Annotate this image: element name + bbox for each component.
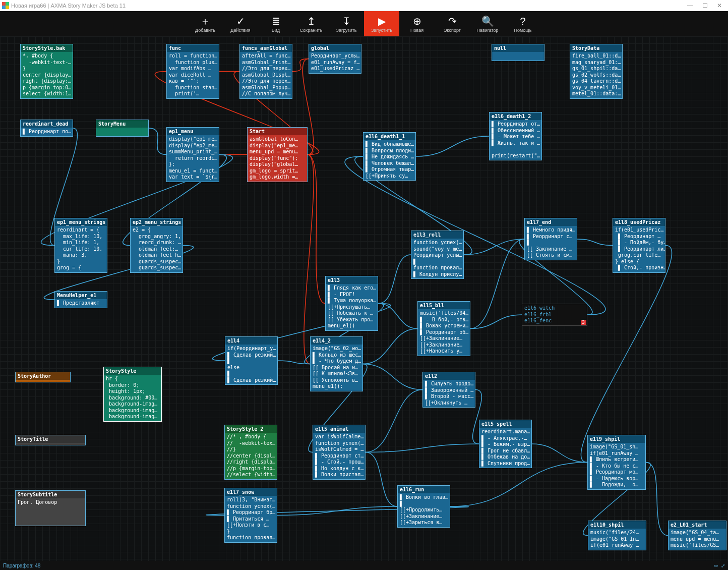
fullscreen-icon[interactable]: ⤢: [721, 563, 725, 568]
node-title: StoryAuthor: [16, 372, 70, 380]
node-e1l2[interactable]: e1l2▋ Силуэты продо… ▋ Завороженный … ▋ …: [422, 372, 475, 408]
node-storymenu[interactable]: StoryMenu: [96, 120, 149, 137]
nav-icon: 🔍: [481, 15, 494, 28]
node-body: ▋ Волки во глав… ▋ [[+Продолжить… [[+Зак…: [398, 493, 450, 527]
toolbar-label: Добавить: [195, 28, 215, 33]
node-funcsasm[interactable]: funcs_asmGlobalafterAll = func… asmGloba…: [239, 44, 292, 99]
view-icon: ≣: [272, 15, 280, 28]
node-body: Грог. Договор: [16, 498, 85, 526]
node-body: e1l6_witch e1l6_frbl e1l6_fenc: [522, 304, 587, 325]
node-e1l6d2[interactable]: e1l6_death1_2▋ Реординарт от… ▋ Обессиле…: [489, 112, 542, 160]
node-menuhelper[interactable]: MenuHelper_e1▋ Представляют: [54, 291, 107, 308]
node-e1l4[interactable]: e1l4if(Реординарт_у… ▋ Сделав резкий… ▋ …: [225, 336, 278, 385]
node-body: afterAll = func… asmGlobal_Print… //Это …: [240, 52, 292, 98]
toolbar-label: Действия: [230, 28, 250, 33]
node-e1l7snow[interactable]: e1l7_snowroll(3, "Внимат… function успех…: [224, 488, 277, 543]
node-title: e1l8_usedPricaz: [613, 218, 665, 226]
node-body: if(e01_usedPric… ▋ Реординарт … ▋ - Пойд…: [613, 226, 665, 272]
main-toolbar: ＋Добавить✓Действия≣Вид↥Сохранить↧Загрузи…: [0, 11, 728, 36]
node-e1l5spell[interactable]: e1l5_spellreordinart.mana… ▋ - Аляктрас,…: [479, 420, 532, 468]
toolbar-label: Экспорт: [444, 28, 461, 33]
toolbar-label: Вид: [272, 28, 280, 33]
app-icon: [2, 2, 9, 9]
toolbar-save-button[interactable]: ↥Сохранить: [293, 11, 329, 36]
node-global[interactable]: globalРеординарт_услы… e01_runAway = f… …: [309, 44, 361, 74]
node-storystyle[interactable]: StoryStylehr { border: 0; height: 1px; b…: [103, 367, 162, 422]
node-title: global: [309, 44, 361, 52]
node-e1l5animal[interactable]: e1l5_animalvar isWolfCalme… function усп…: [313, 425, 366, 480]
node-e1l3[interactable]: e1l3▋ Глядя как его… ▋ - ГРОГ! ▋ Туша по…: [325, 276, 378, 331]
toolbar-export-button[interactable]: ↷Экспорт: [435, 11, 470, 36]
node-body: Реординарт_услы… e01_runAway = f… e01_us…: [309, 52, 361, 73]
window-titlebar: Новая игра66 | AXMA Story Maker JS beta …: [0, 0, 728, 11]
node-title: e1l3_roll: [411, 231, 463, 239]
status-bar: Параграфов: 48 ⇔ ⤢: [0, 561, 728, 570]
window-controls[interactable]: — ☐ ✕: [687, 2, 726, 9]
node-ep1strings[interactable]: ep1_menu_stringsreordinart = { max_life:…: [54, 218, 107, 273]
node-body: ▋ Представляют: [55, 299, 107, 308]
node-ep1menu[interactable]: ep1_menudisplay("ep1_me… display("ep2_me…: [166, 127, 219, 182]
node-e1l9shpil[interactable]: e1l9_shpilimage("GS_01_sh… if(e01_runAwa…: [587, 435, 646, 490]
node-body: [16, 380, 70, 382]
paragraph-count: Параграфов: 48: [3, 563, 40, 568]
maximize-icon[interactable]: ☐: [702, 2, 708, 9]
toolbar-load-button[interactable]: ↧Загрузить: [329, 11, 364, 36]
node-storytitle[interactable]: StoryTitle: [15, 435, 86, 445]
toolbar-view-button[interactable]: ≣Вид: [258, 11, 293, 36]
node-e1l42[interactable]: e1l4_2image("GS_02_wo… ▋ Кольцо из шес… …: [310, 336, 363, 391]
node-body: ▋ Силуэты продо… ▋ Завороженный … ▋ Втор…: [423, 380, 475, 407]
node-title: e1l5_spell: [479, 420, 531, 428]
node-title: e1l3: [326, 276, 378, 284]
node-title: StorySubtitle: [16, 491, 85, 498]
graph-canvas[interactable]: StoryStyle.bak*, #body { -webkit-text-… …: [0, 36, 728, 561]
minimize-icon[interactable]: —: [687, 2, 693, 9]
node-storystylebak[interactable]: StoryStyle.bak*, #body { -webkit-text-… …: [20, 44, 73, 99]
node-storystyle2[interactable]: StoryStyle 2//* , #body { // -webkit-tex…: [224, 425, 277, 480]
node-storydata[interactable]: StoryDatafire_ball_01::d… mag_snaryad_01…: [570, 44, 623, 99]
node-body: ▋ Глядя как его… ▋ - ГРОГ! ▋ Туша полуор…: [326, 284, 378, 330]
node-body: e2 = { grog_angry: 1, reord_drunk: … old…: [131, 226, 183, 272]
node-title: e2_L01_start: [669, 521, 726, 529]
node-body: ▋ Реординарт по…: [21, 128, 73, 136]
node-e1l6d1[interactable]: e1l6_death1_1▋ Вид обнаживше… ▋ Вопросы …: [363, 132, 416, 181]
node-title: e1l10_shpil: [588, 521, 646, 529]
node-e1l3roll[interactable]: e1l3_rollfunction успех(… sound("voy_v_m…: [411, 231, 464, 279]
toolbar-run-button[interactable]: ▶Запустить: [364, 11, 399, 36]
node-title: reordinart_dead: [21, 120, 73, 128]
close-icon[interactable]: ✕: [717, 2, 722, 9]
toolbar-add-button[interactable]: ＋Добавить: [188, 11, 223, 36]
node-null[interactable]: null: [492, 44, 544, 61]
node-body: music('files/04… ▋ - В бой,- отв… ▋ Вожа…: [418, 309, 470, 356]
node-reordinartdead[interactable]: reordinart_dead▋ Реординарт по…: [20, 120, 73, 137]
node-body: roll(3, "Внимат… function успех(… ▋ Реор…: [225, 496, 277, 542]
node-body: music('files/24… image("GS_01_In… if(e01…: [588, 529, 646, 550]
node-func[interactable]: funcroll = function… function plus… var …: [166, 44, 219, 99]
node-e1l8pricaz[interactable]: e1l8_usedPricazif(e01_usedPric… ▋ Реорди…: [613, 218, 665, 273]
node-storyauthor[interactable]: StoryAuthor: [15, 372, 71, 382]
node-title: e1l5_animal: [313, 425, 365, 433]
node-title: e1l4_2: [311, 337, 362, 345]
node-witch[interactable]: e1l6_witch e1l6_frbl e1l6_fenc3: [522, 304, 587, 326]
node-e1l6run[interactable]: e1l6_run▋ Волки во глав… ▋ [[+Продолжить…: [397, 485, 450, 528]
node-e1l5bii[interactable]: e1l5_bllmusic('files/04… ▋ - В бой,- отв…: [417, 301, 470, 356]
toolbar-help-button[interactable]: ?Помощь: [505, 11, 540, 36]
node-start[interactable]: StartasmGlobal_toCon… display("ep1_me… m…: [247, 127, 308, 182]
node-title: e1l2: [423, 372, 475, 380]
node-e2l01start[interactable]: e2_L01_startimage("GS_04_ta… menu_upd = …: [668, 521, 726, 550]
node-title: funcs_asmGlobal: [240, 44, 292, 52]
toolbar-label: Помощь: [514, 28, 532, 33]
toolbar-label: Навигатор: [476, 28, 498, 33]
toolbar-nav-button[interactable]: 🔍Навигатор: [470, 11, 505, 36]
node-body: reordinart = { max_life: 10, min_life: 1…: [55, 226, 107, 272]
node-e1l7end[interactable]: e1l7_end▋ Немного придя… ▋ Реординарт с……: [524, 218, 577, 260]
fit-width-icon[interactable]: ⇔: [714, 563, 718, 568]
node-title: e1l7_snow: [225, 488, 277, 496]
node-e1l10shpil[interactable]: e1l10_shpilmusic('files/24… image("GS_01…: [588, 521, 646, 550]
toolbar-new-button[interactable]: ⊕Новая: [399, 11, 435, 36]
node-ep2strings[interactable]: ep2_menu_stringse2 = { grog_angry: 1, re…: [130, 218, 183, 273]
toolbar-actions-button[interactable]: ✓Действия: [223, 11, 258, 36]
node-storysubtitle[interactable]: StorySubtitleГрог. Договор: [15, 490, 86, 526]
node-body: asmGlobal_toCon… display("ep1_me… menu_u…: [248, 135, 307, 182]
node-title: e1l6_death1_1: [363, 133, 415, 140]
toolbar-label: Загрузить: [336, 28, 356, 33]
